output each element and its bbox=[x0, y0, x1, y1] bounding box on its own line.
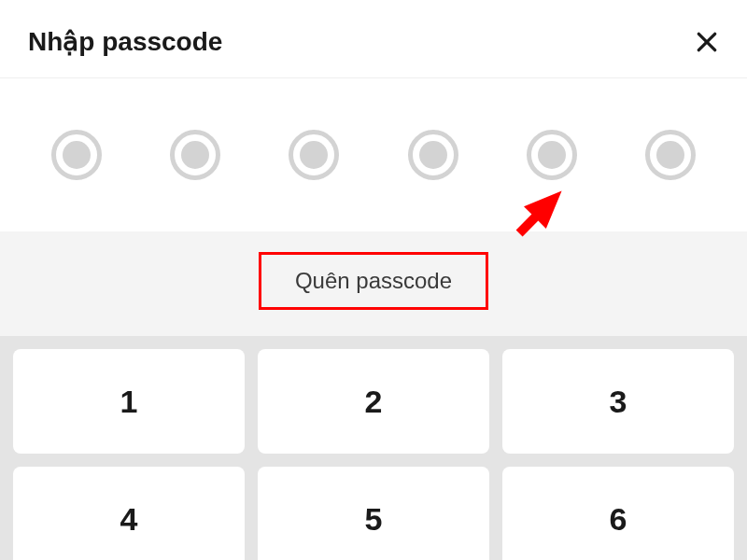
keypad-key-6[interactable]: 6 bbox=[502, 467, 734, 560]
passcode-dot bbox=[527, 130, 577, 180]
forgot-passcode-button[interactable]: Quên passcode bbox=[259, 252, 488, 310]
passcode-dot bbox=[51, 130, 102, 180]
close-icon[interactable] bbox=[695, 30, 719, 54]
keypad-key-3[interactable]: 3 bbox=[502, 349, 734, 454]
passcode-dot bbox=[170, 130, 220, 180]
keypad-key-5[interactable]: 5 bbox=[258, 467, 489, 560]
page-title: Nhập passcode bbox=[28, 26, 222, 57]
keypad: 1 2 3 4 5 6 bbox=[0, 336, 747, 560]
passcode-dot bbox=[408, 130, 458, 180]
passcode-dot bbox=[645, 130, 696, 180]
passcode-dots bbox=[0, 78, 747, 231]
keypad-key-4[interactable]: 4 bbox=[13, 467, 245, 560]
header: Nhập passcode bbox=[0, 0, 747, 78]
keypad-key-2[interactable]: 2 bbox=[258, 349, 489, 454]
passcode-dot bbox=[289, 130, 339, 180]
keypad-key-1[interactable]: 1 bbox=[13, 349, 245, 454]
forgot-section: Quên passcode bbox=[0, 231, 747, 336]
